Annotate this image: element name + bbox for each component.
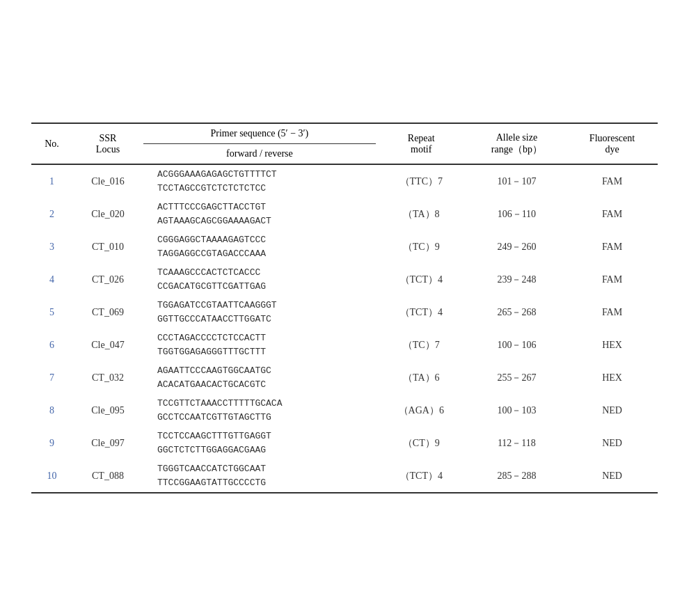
cell-primer: TGGAGATCCGTAATTCAAGGGT GGTTGCCCATAACCTTG… [143, 296, 376, 329]
cell-primer: CGGGAGGCTAAAAGAGTCCC TAGGAGGCCGTAGACCCAA… [143, 230, 376, 263]
cell-repeat: （TA）8 [376, 198, 467, 230]
cell-allele: 239－248 [467, 263, 567, 296]
forward-primer: TGGAGATCCGTAATTCAAGGGT [157, 299, 370, 313]
cell-allele: 285－288 [467, 459, 567, 493]
reverse-primer: TGGTGGAGAGGGTTTGCTTT [157, 345, 370, 359]
cell-repeat: （TC）9 [376, 230, 467, 263]
reverse-primer: GCCTCCAATCGTTGTAGCTTG [157, 411, 370, 425]
table-row: 10 CT_088 TGGGTCAACCATCTGGCAAT TTCCGGAAG… [31, 459, 658, 493]
no-label: No. [45, 139, 59, 149]
forward-primer: CCCTAGACCCCTCTCCACTT [157, 331, 370, 345]
allele-label: Allele sizerange（bp） [491, 132, 542, 155]
cell-locus: Cle_020 [72, 198, 143, 230]
cell-primer: AGAATTCCCAAGTGGCAATGC ACACATGAACACTGCACG… [143, 361, 376, 394]
primer-sub-label: forward / reverse [226, 148, 293, 159]
cell-fluor: FAM [567, 296, 658, 329]
fluor-label: Fluorescentdye [589, 133, 635, 155]
cell-repeat: （TTC）7 [376, 164, 467, 198]
cell-fluor: NED [567, 394, 658, 427]
cell-no: 8 [31, 394, 72, 427]
col-header-primer-sub: forward / reverse [143, 144, 376, 165]
cell-primer: TCCGTTCTAAACCTTTTTGCACA GCCTCCAATCGTTGTA… [143, 394, 376, 427]
cell-no: 3 [31, 230, 72, 263]
forward-primer: ACGGGAAAGAGAGCTGTTTTCT [157, 168, 370, 182]
cell-no: 7 [31, 361, 72, 394]
reverse-primer: GGCTCTCTTGGAGGACGAAG [157, 443, 370, 457]
cell-primer: TGGGTCAACCATCTGGCAAT TTCCGGAAGTATTGCCCCT… [143, 459, 376, 493]
cell-locus: CT_032 [72, 361, 143, 394]
reverse-primer: TCCTAGCCGTCTCTCTCTCC [157, 182, 370, 196]
table-row: 8 Cle_095 TCCGTTCTAAACCTTTTTGCACA GCCTCC… [31, 394, 658, 427]
cell-locus: CT_069 [72, 296, 143, 329]
forward-primer: TGGGTCAACCATCTGGCAAT [157, 462, 370, 476]
cell-no: 5 [31, 296, 72, 329]
table-row: 1 Cle_016 ACGGGAAAGAGAGCTGTTTTCT TCCTAGC… [31, 164, 658, 198]
cell-allele: 265－268 [467, 296, 567, 329]
col-header-fluor: Fluorescentdye [567, 123, 658, 164]
header-row-main: No. SSRLocus Primer sequence (5′ − 3′) R… [31, 123, 658, 144]
cell-repeat: （TC）7 [376, 329, 467, 361]
table-row: 7 CT_032 AGAATTCCCAAGTGGCAATGC ACACATGAA… [31, 361, 658, 394]
cell-no: 9 [31, 427, 72, 459]
cell-fluor: FAM [567, 230, 658, 263]
cell-locus: Cle_097 [72, 427, 143, 459]
cell-primer: TCCTCCAAGCTTTGTTGAGGT GGCTCTCTTGGAGGACGA… [143, 427, 376, 459]
forward-primer: AGAATTCCCAAGTGGCAATGC [157, 364, 370, 378]
cell-allele: 106－110 [467, 198, 567, 230]
cell-allele: 255－267 [467, 361, 567, 394]
cell-repeat: （TCT）4 [376, 459, 467, 493]
reverse-primer: TTCCGGAAGTATTGCCCCTG [157, 476, 370, 490]
table-row: 4 CT_026 TCAAAGCCCACTCTCACCC CCGACATGCGT… [31, 263, 658, 296]
cell-locus: Cle_016 [72, 164, 143, 198]
cell-locus: CT_088 [72, 459, 143, 493]
cell-primer: CCCTAGACCCCTCTCCACTT TGGTGGAGAGGGTTTGCTT… [143, 329, 376, 361]
cell-fluor: FAM [567, 263, 658, 296]
cell-repeat: （TCT）4 [376, 296, 467, 329]
table-container: No. SSRLocus Primer sequence (5′ − 3′) R… [24, 109, 665, 507]
cell-fluor: NED [567, 427, 658, 459]
table-row: 3 CT_010 CGGGAGGCTAAAAGAGTCCC TAGGAGGCCG… [31, 230, 658, 263]
cell-fluor: NED [567, 459, 658, 493]
forward-primer: ACTTTCCCGAGCTTACCTGT [157, 200, 370, 214]
locus-label: SSRLocus [96, 133, 120, 155]
col-header-repeat: Repeatmotif [376, 123, 467, 164]
col-header-no: No. [31, 123, 72, 164]
cell-primer: TCAAAGCCCACTCTCACCC CCGACATGCGTTCGATTGAG [143, 263, 376, 296]
cell-allele: 249－260 [467, 230, 567, 263]
cell-fluor: FAM [567, 164, 658, 198]
reverse-primer: ACACATGAACACTGCACGTC [157, 378, 370, 392]
cell-allele: 101－107 [467, 164, 567, 198]
cell-fluor: HEX [567, 361, 658, 394]
cell-no: 6 [31, 329, 72, 361]
cell-repeat: （CT）9 [376, 427, 467, 459]
table-row: 9 Cle_097 TCCTCCAAGCTTTGTTGAGGT GGCTCTCT… [31, 427, 658, 459]
primer-top-label: Primer sequence (5′ − 3′) [211, 128, 309, 139]
cell-allele: 112－118 [467, 427, 567, 459]
table-row: 5 CT_069 TGGAGATCCGTAATTCAAGGGT GGTTGCCC… [31, 296, 658, 329]
cell-primer: ACGGGAAAGAGAGCTGTTTTCT TCCTAGCCGTCTCTCTC… [143, 164, 376, 198]
forward-primer: TCAAAGCCCACTCTCACCC [157, 266, 370, 280]
cell-fluor: HEX [567, 329, 658, 361]
cell-repeat: （TCT）4 [376, 263, 467, 296]
repeat-label: Repeatmotif [408, 133, 435, 155]
forward-primer: TCCTCCAAGCTTTGTTGAGGT [157, 429, 370, 443]
table-row: 6 Cle_047 CCCTAGACCCCTCTCCACTT TGGTGGAGA… [31, 329, 658, 361]
cell-no: 1 [31, 164, 72, 198]
cell-no: 2 [31, 198, 72, 230]
cell-no: 10 [31, 459, 72, 493]
cell-allele: 100－103 [467, 394, 567, 427]
reverse-primer: TAGGAGGCCGTAGACCCAAA [157, 247, 370, 261]
cell-no: 4 [31, 263, 72, 296]
cell-primer: ACTTTCCCGAGCTTACCTGT AGTAAAGCAGCGGAAAAGA… [143, 198, 376, 230]
cell-repeat: （TA）6 [376, 361, 467, 394]
cell-locus: CT_026 [72, 263, 143, 296]
cell-fluor: FAM [567, 198, 658, 230]
table-row: 2 Cle_020 ACTTTCCCGAGCTTACCTGT AGTAAAGCA… [31, 198, 658, 230]
reverse-primer: GGTTGCCCATAACCTTGGATC [157, 313, 370, 326]
col-header-locus: SSRLocus [72, 123, 143, 164]
col-header-primer-top: Primer sequence (5′ − 3′) [143, 123, 376, 144]
cell-locus: Cle_047 [72, 329, 143, 361]
cell-locus: Cle_095 [72, 394, 143, 427]
col-header-allele: Allele sizerange（bp） [467, 123, 567, 164]
cell-repeat: （AGA）6 [376, 394, 467, 427]
